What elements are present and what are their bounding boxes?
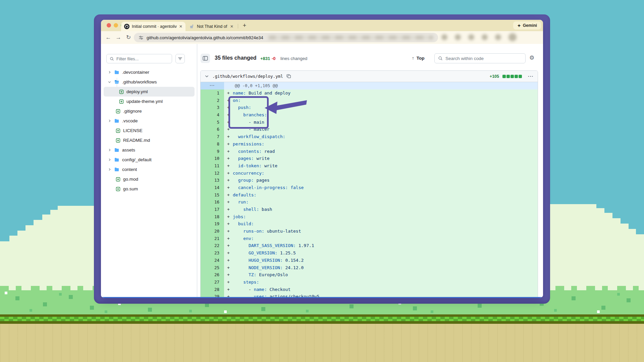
diff-line-26[interactable]: 26+ TZ: Europe/Oslo [201, 271, 538, 279]
hunk-header-row: ··· @@ -0,0 +1,105 @@ [201, 82, 538, 89]
diff-line-28[interactable]: 28+ - name: Checkout [201, 286, 538, 293]
copy-path-icon[interactable] [286, 74, 291, 79]
llama-favicon-icon [189, 24, 195, 29]
forward-button[interactable]: → [114, 34, 122, 42]
folder-icon [114, 167, 119, 172]
diff-line-25[interactable]: 25+ NODE_VERSION: 24.12.0 [201, 264, 538, 272]
search-icon [438, 56, 443, 61]
diff-added-icon [116, 177, 120, 182]
chevron-down-icon [108, 80, 112, 84]
diff-line-23[interactable]: 23+ GO_VERSION: 1.25.5 [201, 249, 538, 257]
line-code: +concurrency: [224, 170, 538, 177]
sidebar-item-deploy-yml[interactable]: deploy.yml [104, 87, 195, 97]
additions-count: +831 [260, 56, 270, 61]
addition-sign: + [224, 89, 233, 97]
addition-sign: + [224, 228, 233, 235]
diff-line-1[interactable]: 1+name: Build and deploy [201, 89, 538, 97]
gemini-button[interactable]: ✦ Gemini [513, 21, 541, 29]
file-filter-button[interactable] [175, 54, 185, 63]
sidebar-item--vscode[interactable]: .vscode [104, 116, 195, 126]
line-code: + steps: [224, 279, 538, 286]
scroll-top-link[interactable]: ↑ Top [412, 56, 425, 61]
sidebar-item-label: LICENSE [123, 128, 143, 133]
minimize-window-button[interactable] [114, 23, 118, 27]
sidebar-item-go-mod[interactable]: go.mod [104, 174, 195, 184]
close-window-button[interactable] [107, 23, 111, 27]
close-tab-icon[interactable]: ✕ [230, 24, 233, 29]
diff-stat-blocks [502, 75, 522, 78]
sidebar-item-label: go.sum [123, 186, 138, 191]
diff-line-19[interactable]: 19+ build: [201, 220, 538, 228]
sidebar-item-assets[interactable]: assets [104, 145, 195, 155]
annotation-arrow [264, 98, 308, 115]
reload-button[interactable]: ↻ [124, 34, 132, 42]
line-number: 15 [201, 191, 224, 199]
expand-hunk-button[interactable]: ··· [201, 82, 224, 89]
ground-checker-strip [0, 317, 644, 321]
diff-line-11[interactable]: 11+ id-token: write [201, 162, 538, 170]
sidebar-item--devcontainer[interactable]: .devcontainer [104, 67, 195, 77]
filter-lines-icon [178, 56, 182, 61]
diff-added-icon [116, 128, 120, 133]
diff-line-16[interactable]: 16+ run: [201, 198, 538, 206]
line-code: +name: Build and deploy [224, 89, 538, 97]
sidebar-item-config-default[interactable]: config/_default [104, 155, 195, 165]
line-number: 8 [201, 140, 224, 148]
file-tree-sidebar: Filter files... .devcontainer.github/wor… [101, 44, 197, 298]
addition-sign: + [224, 155, 233, 162]
diff-line-29[interactable]: 29+ uses: actions/checkout@v5 [201, 293, 538, 298]
line-number: 7 [201, 133, 224, 140]
addition-sign: + [224, 162, 233, 170]
addition-sign: + [224, 264, 233, 272]
sidebar-item-license[interactable]: LICENSE [104, 126, 195, 135]
address-bar[interactable]: github.com/agentolivia/agentolivia.githu… [134, 33, 438, 42]
diff-line-20[interactable]: 20+ runs-on: ubuntu-latest [201, 228, 538, 235]
sidebar-item-content[interactable]: content [104, 165, 195, 174]
folder-icon [114, 70, 119, 74]
toggle-file-tree-button[interactable] [201, 54, 210, 63]
diff-line-7[interactable]: 7+ workflow_dispatch: [201, 133, 538, 140]
diff-line-12[interactable]: 12+concurrency: [201, 170, 538, 177]
sidebar-item-go-sum[interactable]: go.sum [104, 184, 195, 194]
addition-sign: + [224, 249, 233, 257]
diff-line-18[interactable]: 18+jobs: [201, 213, 538, 221]
diff-line-17[interactable]: 17+ shell: bash [201, 206, 538, 213]
addition-sign: + [224, 148, 233, 155]
chevron-right-icon [108, 168, 112, 171]
diff-line-8[interactable]: 8+permissions: [201, 140, 538, 148]
line-number: 11 [201, 162, 224, 170]
diff-line-21[interactable]: 21+ env: [201, 235, 538, 242]
diff-line-22[interactable]: 22+ DART_SASS_VERSION: 1.97.1 [201, 242, 538, 249]
diff-line-27[interactable]: 27+ steps: [201, 279, 538, 286]
diff-line-24[interactable]: 24+ HUGO_VERSION: 0.154.2 [201, 257, 538, 264]
ground-line-top [0, 314, 644, 317]
diff-settings-gear-icon[interactable]: ⚙ [529, 54, 534, 61]
folder-icon [114, 119, 119, 123]
pixel-ground [0, 324, 644, 362]
sidebar-item-update-theme-yml[interactable]: update-theme.yml [104, 97, 195, 106]
tab-not-that-kind-of-agent[interactable]: Not That Kind of Agent ✕ [186, 22, 236, 31]
sidebar-item--github-workflows[interactable]: .github/workflows [104, 77, 195, 87]
site-settings-icon[interactable] [139, 35, 144, 40]
file-options-kebab[interactable]: ··· [528, 74, 534, 79]
chevron-down-icon[interactable] [205, 74, 209, 78]
search-placeholder: Search within code [445, 56, 484, 61]
tab-github-commit[interactable]: Initial commit · agentolivia/ag ✕ [121, 22, 185, 31]
line-code: + uses: actions/checkout@v5 [224, 293, 538, 298]
diff-line-9[interactable]: 9+ contents: read [201, 148, 538, 155]
sidebar-item-readme-md[interactable]: README.md [104, 135, 195, 145]
close-tab-icon[interactable]: ✕ [179, 24, 182, 29]
sidebar-item--gitignore[interactable]: .gitignore [104, 106, 195, 116]
new-tab-button[interactable]: + [240, 21, 249, 29]
line-number: 17 [201, 206, 224, 213]
back-button[interactable]: ← [104, 34, 112, 42]
diff-line-15[interactable]: 15+defaults: [201, 191, 538, 199]
diff-line-14[interactable]: 14+ cancel-in-progress: false [201, 184, 538, 191]
diff-line-13[interactable]: 13+ group: pages [201, 177, 538, 184]
search-within-code-input[interactable]: Search within code [434, 53, 526, 63]
diff-line-10[interactable]: 10+ pages: write [201, 155, 538, 162]
line-code: + workflow_dispatch: [224, 133, 538, 140]
addition-sign: + [224, 206, 233, 213]
filter-files-input[interactable]: Filter files... [106, 54, 172, 63]
arrow-up-icon: ↑ [412, 56, 414, 61]
